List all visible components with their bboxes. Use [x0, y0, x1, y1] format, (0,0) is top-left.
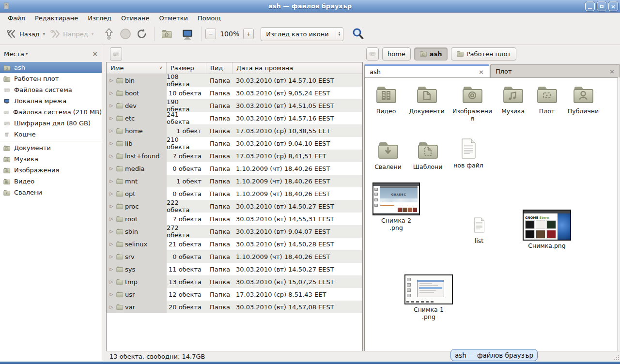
back-button[interactable]: Назад ▾	[4, 27, 47, 41]
column-header-size[interactable]: Размер	[167, 62, 206, 74]
expander-icon[interactable]: ▷	[108, 166, 114, 171]
tab-ash[interactable]: ash ×	[364, 64, 489, 77]
minimize-button[interactable]	[585, 1, 595, 11]
expander-icon[interactable]: ▷	[108, 91, 114, 95]
sidebar-item-filesystem[interactable]: Файлова система	[0, 84, 102, 95]
expander-icon[interactable]: ▷	[108, 116, 114, 121]
icon-downloads[interactable]: Свалени	[368, 138, 408, 170]
expander-icon[interactable]: ▷	[108, 103, 114, 108]
tab-close-icon[interactable]: ×	[609, 68, 615, 75]
icon-templates[interactable]: Шаблони	[407, 138, 448, 170]
table-row[interactable]: ▷etc 241 обекта Папка 30.03.2010 (вт) 14…	[107, 112, 362, 124]
expander-icon[interactable]: ▷	[108, 179, 114, 183]
expander-icon[interactable]: ▷	[108, 141, 114, 146]
table-row[interactable]: ▷root ? обекта Папка 30.03.2010 (вт) 14,…	[107, 212, 362, 225]
menu-edit[interactable]: Редактиране	[30, 14, 83, 23]
zoom-in-button[interactable]: +	[243, 29, 254, 39]
up-button[interactable]	[101, 26, 117, 42]
table-row[interactable]: ▷sys 11 обекта Папка 30.03.2010 (вт) 14,…	[107, 263, 362, 275]
stop-button[interactable]	[117, 26, 134, 42]
path-desktop-button[interactable]: Работен плот	[451, 47, 516, 61]
forward-button[interactable]: Напред ▾	[47, 27, 96, 41]
search-button[interactable]	[349, 26, 367, 42]
sidebar-item-volume-210mb[interactable]: Файлова система (210 MB)	[0, 106, 102, 118]
icon-snimka1[interactable]: Снимка-1.png	[403, 274, 454, 320]
table-row[interactable]: ▷sbin 272 обекта Папка 30.03.2010 (вт) 9…	[107, 225, 362, 238]
sidebar-title-dropdown[interactable]: Места	[4, 50, 24, 58]
table-row[interactable]: ▷home 1 обект Папка 17.03.2010 (ср) 10,3…	[107, 124, 362, 137]
computer-button[interactable]	[178, 25, 197, 43]
menu-view[interactable]: Изглед	[83, 14, 116, 23]
expander-icon[interactable]: ▷	[108, 216, 114, 221]
expander-icon[interactable]: ▷	[108, 267, 114, 272]
sidebar-item-downloads[interactable]: Свалени	[0, 187, 102, 198]
sidebar-item-network[interactable]: Локална мрежа	[0, 95, 102, 106]
table-row[interactable]: ▷media 0 обекта Папка 1.10.2009 (чт) 18,…	[107, 162, 362, 175]
expander-icon[interactable]: ▷	[108, 229, 114, 234]
sidebar-item-documents[interactable]: Документи	[0, 142, 102, 153]
column-header-name[interactable]: Име ∨	[107, 62, 167, 74]
sidebar-item-videos[interactable]: Видео	[0, 176, 102, 187]
sidebar-item-desktop[interactable]: Работен плот	[0, 73, 102, 84]
table-row[interactable]: ▷proc 222 обекта Папка 30.03.2010 (вт) 1…	[107, 200, 362, 212]
menu-file[interactable]: Файл	[3, 14, 30, 23]
table-row[interactable]: ▷bin 108 обекта Папка 30.03.2010 (вт) 14…	[107, 74, 362, 87]
expander-icon[interactable]: ▷	[108, 191, 114, 196]
icon-list-file[interactable]: list	[460, 214, 498, 244]
sidebar-item-trash[interactable]: Кошче	[0, 129, 102, 140]
expander-icon[interactable]: ▷	[108, 292, 114, 297]
icon-music[interactable]: Музика	[494, 83, 532, 115]
table-row[interactable]: ▷srv 0 обекта Папка 1.10.2009 (чт) 18,40…	[107, 250, 362, 263]
column-header-type[interactable]: Вид	[206, 62, 232, 74]
table-row[interactable]: ▷dev 190 обекта Папка 30.03.2010 (вт) 14…	[107, 99, 362, 112]
table-row[interactable]: ▷lost+found ? обекта Папка 17.03.2010 (с…	[107, 150, 362, 162]
column-header-date[interactable]: Дата на промяна	[232, 62, 362, 74]
view-mode-dropdown[interactable]: Изглед като икони ▴▾	[261, 27, 343, 41]
titlebar[interactable]: ash — файлов браузър ×	[0, 0, 620, 13]
icon-snimka[interactable]: GNOME Store Снимка.png	[521, 210, 573, 249]
expander-icon[interactable]: ▷	[108, 279, 114, 284]
zoom-out-button[interactable]: −	[205, 29, 216, 39]
path-root-button[interactable]	[366, 47, 379, 61]
tab-close-icon[interactable]: ×	[479, 68, 484, 76]
sidebar-item-home[interactable]: ash	[0, 62, 102, 73]
pane-splitter[interactable]	[102, 46, 106, 361]
resize-grip[interactable]	[613, 354, 619, 360]
home-button[interactable]	[158, 26, 175, 42]
icon-new-file[interactable]: нов файл	[448, 137, 489, 169]
icon-desktop[interactable]: Плот	[529, 83, 564, 115]
icon-public[interactable]: Публични	[562, 83, 604, 115]
icon-videos[interactable]: Видео	[367, 83, 405, 115]
expander-icon[interactable]: ▷	[108, 153, 114, 158]
path-ash-button[interactable]: ash	[414, 47, 448, 61]
path-home-button[interactable]: home	[382, 47, 411, 61]
table-row[interactable]: ▷opt 0 обекта Папка 1.10.2009 (чт) 18,40…	[107, 187, 362, 200]
icon-documents[interactable]: Документи	[405, 83, 448, 115]
icon-pictures[interactable]: Изображения	[451, 83, 494, 122]
menu-bookmarks[interactable]: Отметки	[154, 14, 192, 23]
reload-button[interactable]	[134, 26, 150, 42]
expander-icon[interactable]: ▷	[108, 78, 114, 83]
table-row[interactable]: ▷var 20 обекта Папка 30.03.2010 (вт) 14,…	[107, 301, 362, 313]
close-button[interactable]: ×	[608, 1, 618, 11]
tree-root-button[interactable]	[110, 47, 122, 61]
expander-icon[interactable]: ▷	[108, 304, 114, 309]
expander-icon[interactable]: ▷	[108, 254, 114, 259]
menu-help[interactable]: Помощ	[193, 14, 226, 23]
expander-icon[interactable]: ▷	[108, 128, 114, 133]
table-row[interactable]: ▷lib 210 обекта Папка 30.03.2010 (вт) 9,…	[107, 137, 362, 150]
icon-snimka2[interactable]: GUADEC Снимка-2.png	[372, 182, 421, 231]
table-row[interactable]: ▷selinux 21 обекта Папка 30.03.2010 (вт)…	[107, 238, 362, 250]
tab-plot[interactable]: Плот ×	[490, 64, 620, 77]
table-row[interactable]: ▷tmp 13 обекта Папка 30.03.2010 (вт) 15,…	[107, 275, 362, 288]
sidebar-item-pictures[interactable]: Изображения	[0, 165, 102, 176]
back-history-caret-icon[interactable]: ▾	[43, 31, 46, 36]
sidebar-caret-icon[interactable]: ▾	[26, 51, 92, 56]
maximize-button[interactable]	[597, 1, 606, 11]
expander-icon[interactable]: ▷	[108, 242, 114, 246]
menu-go[interactable]: Отиване	[116, 14, 154, 23]
table-row[interactable]: ▷mnt 1 обект Папка 1.10.2009 (чт) 18,40,…	[107, 175, 362, 187]
table-row[interactable]: ▷boot 10 обекта Папка 30.03.2010 (вт) 9,…	[107, 87, 362, 99]
expander-icon[interactable]: ▷	[108, 204, 114, 209]
sidebar-item-encrypted-80gb[interactable]: Шифриран дял (80 GB)	[0, 118, 102, 129]
